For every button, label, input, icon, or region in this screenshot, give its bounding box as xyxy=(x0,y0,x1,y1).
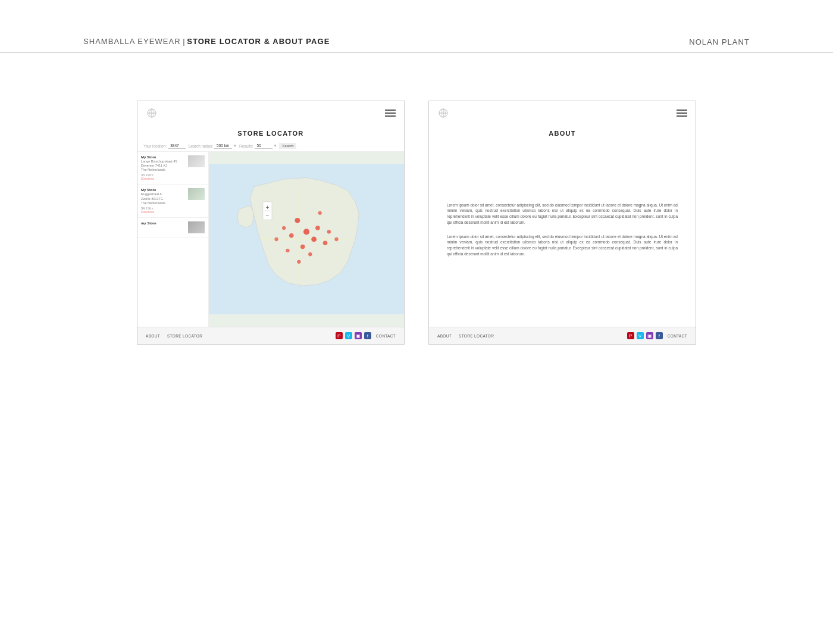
screen-topbar-left xyxy=(137,101,404,125)
svg-marker-6 xyxy=(237,205,254,228)
svg-point-12 xyxy=(311,237,317,242)
project-title: STORE LOCATOR & ABOUT PAGE xyxy=(187,37,330,46)
svg-point-23 xyxy=(334,237,338,241)
location-field: Your location: 3847 xyxy=(143,143,186,149)
header-author: NOLAN PLANT xyxy=(689,37,750,46)
store-thumb-img-3 xyxy=(188,221,205,233)
store-address-2: Ruggestraat 6Zwolle 8011TGThe Netherland… xyxy=(141,192,186,205)
store-item-2: My Store Ruggestraat 6Zwolle 8011TGThe N… xyxy=(137,185,208,217)
footer-contact-link[interactable]: CONTACT xyxy=(376,334,396,338)
header-title: SHAMBALLA EYEWEAR | STORE LOCATOR & ABOU… xyxy=(83,36,330,46)
svg-point-16 xyxy=(323,241,328,246)
store-thumb-1 xyxy=(188,155,205,167)
store-directions-1[interactable]: Directions xyxy=(141,177,186,180)
svg-point-21 xyxy=(286,249,289,252)
about-facebook-icon[interactable]: f xyxy=(656,332,663,339)
about-logo-icon xyxy=(437,107,449,119)
results-label: Results: xyxy=(239,144,253,148)
store-item-3: my Store xyxy=(137,218,208,237)
store-locator-body: Your location: 3847 Search radius: 500 k… xyxy=(137,140,404,327)
main-content: STORE LOCATOR Your location: 3847 Search… xyxy=(0,53,833,392)
svg-point-11 xyxy=(295,218,300,223)
svg-point-18 xyxy=(308,252,312,256)
svg-point-10 xyxy=(303,229,309,235)
vimeo-icon[interactable]: V xyxy=(345,332,352,339)
facebook-icon[interactable]: f xyxy=(364,332,371,339)
hamburger-menu-icon[interactable] xyxy=(385,110,396,117)
map-svg: + − xyxy=(209,152,404,327)
location-label: Your location: xyxy=(143,144,167,148)
about-pinterest-icon[interactable]: P xyxy=(627,332,634,339)
pinterest-icon[interactable]: P xyxy=(336,332,343,339)
about-footer-social: P V ▣ f CONTACT xyxy=(627,332,687,339)
map-area: + − xyxy=(209,152,404,327)
store-thumb-img-2 xyxy=(188,188,205,200)
radius-label: Search radius: xyxy=(188,144,213,148)
footer-nav-store-locator[interactable]: STORE LOCATOR xyxy=(167,334,202,338)
about-footer-nav-store-locator[interactable]: STORE LOCATOR xyxy=(459,334,494,338)
svg-point-20 xyxy=(297,260,300,264)
about-screen-topbar xyxy=(429,101,696,125)
location-value[interactable]: 3847 xyxy=(168,143,186,149)
about-instagram-icon[interactable]: ▣ xyxy=(646,332,653,339)
store-name-2: My Store xyxy=(141,188,186,192)
search-bar: Your location: 3847 Search radius: 500 k… xyxy=(137,140,404,152)
about-paragraph-1: Lorem ipsum dolor sit amet, consectetur … xyxy=(447,202,678,226)
svg-text:−: − xyxy=(265,212,269,218)
svg-point-19 xyxy=(327,230,331,233)
about-vimeo-icon[interactable]: V xyxy=(637,332,644,339)
about-body: Lorem ipsum dolor sit amet, consectetur … xyxy=(429,140,696,327)
svg-point-22 xyxy=(274,237,278,241)
store-thumb-3 xyxy=(188,221,205,233)
header-separator: | xyxy=(181,37,187,46)
svg-point-15 xyxy=(315,226,320,230)
store-locator-screen: STORE LOCATOR Your location: 3847 Search… xyxy=(137,101,405,345)
about-hamburger-icon[interactable] xyxy=(677,110,687,117)
store-info-2: My Store Ruggestraat 6Zwolle 8011TGThe N… xyxy=(141,188,186,213)
footer-nav-about[interactable]: ABOUT xyxy=(146,334,160,338)
svg-point-17 xyxy=(282,226,286,230)
about-paragraph-2: Lorem ipsum dolor sit amet, consectetur … xyxy=(447,234,678,257)
map-list-container: My Store Lange Bisschopstraat 45Deventer… xyxy=(137,152,404,327)
about-footer-nav: ABOUT STORE LOCATOR xyxy=(437,334,494,338)
screen-title-store-locator: STORE LOCATOR xyxy=(137,125,404,140)
results-field: Results: 50 ▼ xyxy=(239,143,277,149)
svg-point-13 xyxy=(289,233,294,238)
results-dropdown-icon[interactable]: ▼ xyxy=(274,144,277,148)
store-address-1: Lange Bisschopstraat 45Deventer 7411 KJT… xyxy=(141,160,186,172)
svg-text:+: + xyxy=(265,204,269,211)
store-info-1: My Store Lange Bisschopstraat 45Deventer… xyxy=(141,155,186,180)
logo-icon xyxy=(146,107,158,119)
footer-social: P V ▣ f CONTACT xyxy=(336,332,396,339)
about-screen-title: ABOUT xyxy=(429,125,696,140)
store-name-1: My Store xyxy=(141,155,186,159)
instagram-icon[interactable]: ▣ xyxy=(355,332,362,339)
brand-name: SHAMBALLA EYEWEAR xyxy=(83,37,181,46)
svg-point-24 xyxy=(318,211,322,215)
radius-dropdown-icon[interactable]: ▼ xyxy=(233,144,237,148)
store-locator-footer: ABOUT STORE LOCATOR P V ▣ f CONTACT xyxy=(137,327,404,344)
store-info-3: my Store xyxy=(141,221,186,226)
store-list: My Store Lange Bisschopstraat 45Deventer… xyxy=(137,152,209,327)
about-screen: ABOUT Lorem ipsum dolor sit amet, consec… xyxy=(428,101,696,345)
about-footer-contact-link[interactable]: CONTACT xyxy=(668,334,687,338)
store-directions-2[interactable]: Directions xyxy=(141,210,186,214)
about-footer: ABOUT STORE LOCATOR P V ▣ f CONTACT xyxy=(429,327,696,344)
results-value[interactable]: 50 xyxy=(255,143,273,149)
store-name-3: my Store xyxy=(141,221,186,225)
about-footer-nav-about[interactable]: ABOUT xyxy=(437,334,452,338)
radius-field: Search radius: 500 km ▼ xyxy=(188,143,237,149)
footer-nav-left: ABOUT STORE LOCATOR xyxy=(146,334,202,338)
store-item-1: My Store Lange Bisschopstraat 45Deventer… xyxy=(137,152,208,185)
store-thumb-img-1 xyxy=(188,155,205,167)
page-header: SHAMBALLA EYEWEAR | STORE LOCATOR & ABOU… xyxy=(0,0,833,53)
svg-point-14 xyxy=(300,245,305,249)
store-thumb-2 xyxy=(188,188,205,200)
search-button[interactable]: Search xyxy=(279,143,296,149)
radius-value[interactable]: 500 km xyxy=(214,143,232,149)
